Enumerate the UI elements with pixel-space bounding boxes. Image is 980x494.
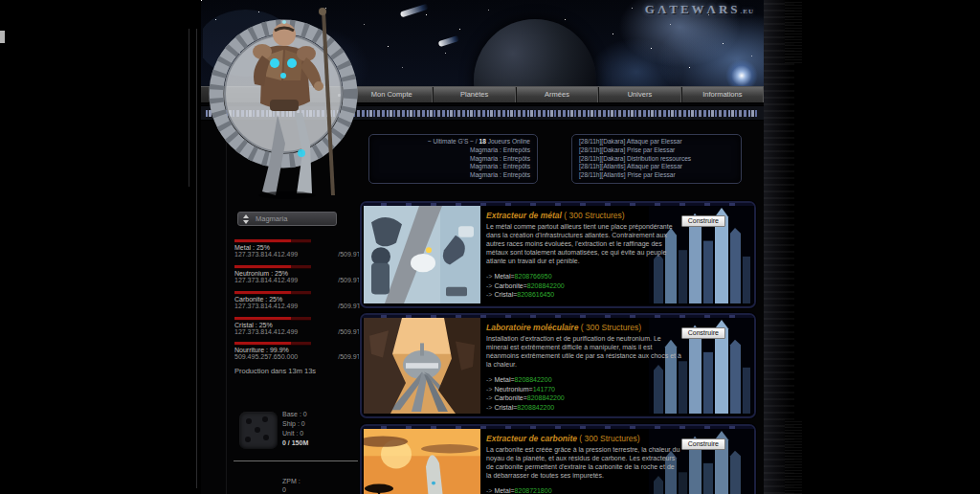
building-info: Extracteur de métal ( 300 Structures) Le…: [486, 211, 681, 300]
resource-nourriture: Nourriture : 99.9% 509.495.257.650.000/5…: [234, 342, 361, 360]
zpm-icon: [238, 476, 259, 494]
building-name: Extracteur de carbonite: [486, 434, 577, 443]
status-line[interactable]: Magmaria : Entrepôts: [376, 155, 530, 164]
metal-label: Metal : 25%: [234, 244, 361, 251]
building-card-laboratoire-moleculaire: Laboratoire moléculaire ( 300 Structures…: [360, 313, 756, 418]
status-line[interactable]: Magmaria : Entrepôts: [376, 171, 530, 180]
resource-neutronium: Neutronium : 25% 127.373.814.412.499/509…: [234, 265, 361, 283]
status-line[interactable]: Magmaria : Entrepôts: [376, 163, 530, 171]
carbonite-value: 127.373.814.412.499/509.9T: [234, 303, 361, 309]
neutronium-progress-bar: [234, 265, 311, 269]
cost-value: 8208842200: [527, 282, 565, 289]
dice-icon: [239, 412, 278, 449]
cristal-amount: 127.373.814.412.499: [234, 328, 298, 335]
logo-text: GΛTEWΛRS: [645, 2, 741, 16]
building-name: Laboratoire moléculaire: [486, 323, 578, 332]
neutronium-value: 127.373.814.412.499/509.9T: [234, 277, 361, 283]
nav-tab-univers[interactable]: Univers: [598, 87, 680, 102]
cost-name: Cristal: [494, 404, 513, 411]
building-description: Installation d'extraction et de purifica…: [486, 334, 681, 369]
cost-line: -> Metal=8208721800: [486, 486, 681, 494]
cristal-value: 127.373.814.412.499/509.9T: [234, 328, 361, 335]
event-line[interactable]: [28/11h][Atlantis] Prise par Elessar: [579, 171, 734, 180]
building-count: ( 300 Structures): [579, 434, 639, 443]
neutronium-capacity: /509.9T: [338, 277, 361, 283]
nav-tab-mon-compte[interactable]: Mon Compte: [350, 87, 433, 102]
building-card-extracteur-metal: Extracteur de métal ( 300 Structures) Le…: [360, 201, 756, 308]
scanlines-bottom: [785, 419, 802, 494]
cost-arrow: ->: [486, 386, 492, 393]
cost-name: Neutronium: [494, 386, 528, 393]
cost-name: Carbonite: [494, 282, 523, 289]
base-count: Base : 0: [282, 410, 308, 419]
nav-tab-informations[interactable]: Informations: [681, 87, 764, 102]
building-costs: -> Metal=8208766950 -> Carbonite=8208842…: [486, 272, 681, 300]
molecular-lab-art: [364, 318, 480, 414]
nav-tab-planetes[interactable]: Planètes: [433, 87, 515, 102]
building-description: La carbonite est créée grâce à la pressi…: [486, 445, 681, 480]
cost-name: Carbonite: [494, 394, 523, 401]
event-line[interactable]: [28/11h][Dakara] Attaque par Elessar: [579, 138, 734, 146]
carbonite-extractor-art: [364, 429, 480, 494]
nourriture-value: 509.495.257.650.000/509.9T: [234, 353, 361, 360]
nav-tab-armees[interactable]: Armées: [516, 87, 598, 102]
resource-cristal: Cristal : 25% 127.373.814.412.499/509.9T: [234, 317, 361, 335]
building-card-extracteur-carbonite: Extracteur de carbonite ( 300 Structures…: [360, 424, 756, 494]
building-title: Extracteur de métal ( 300 Structures): [486, 211, 681, 220]
resource-metal: Metal : 25% 127.373.814.412.499/509.9T: [234, 239, 361, 258]
cost-name: Cristal: [494, 291, 513, 298]
planet-select-value: Magmaria: [256, 214, 287, 223]
bright-star-decor: [725, 59, 758, 86]
updown-arrows-icon: [242, 214, 251, 224]
cost-value: 8208842200: [527, 394, 565, 401]
construire-button[interactable]: Construire: [681, 327, 725, 339]
cost-line: -> Cristal=8208842200: [486, 403, 681, 413]
cost-line: -> Neutronium=141770: [486, 385, 681, 394]
zpm-value: 0: [282, 485, 301, 494]
zpm-stats: ZPM : 0: [282, 477, 301, 494]
online-header: ~ Ultimate G'S ~ / 18 Joueurs Online: [376, 138, 530, 146]
alliance-name: ~ Ultimate G'S ~ /: [428, 138, 479, 145]
cost-name: Metal: [494, 487, 510, 494]
cost-value: 8208721800: [515, 487, 552, 494]
online-label: Joueurs Online: [486, 138, 530, 145]
fleet-total: 0 / 150M: [282, 438, 308, 448]
status-line[interactable]: Magmaria : Entrepôts: [376, 146, 530, 155]
ship-streak-icon: [438, 35, 460, 48]
building-count: ( 300 Structures): [564, 211, 624, 220]
cost-value: 8208842200: [515, 376, 552, 383]
ship-count: Ship : 0: [282, 419, 308, 429]
cost-line: -> Metal=8208766950: [486, 272, 681, 281]
cost-line: -> Carbonite=8208842200: [486, 281, 681, 291]
online-count: 18: [479, 138, 485, 145]
building-count: ( 300 Structures): [581, 323, 641, 332]
cost-value: 8208842200: [517, 404, 554, 411]
event-line[interactable]: [28/11h][Atlantis] Attaque par Elessar: [579, 163, 734, 171]
cost-arrow: ->: [486, 487, 492, 494]
event-line[interactable]: [28/11h][Dakara] Distribution ressources: [579, 155, 734, 164]
event-line[interactable]: [28/11h][Dakara] Prise par Elessar: [579, 146, 734, 155]
cristal-progress-bar: [234, 317, 311, 321]
warrior-illustration: [203, 0, 358, 199]
construire-button[interactable]: Construire: [681, 215, 725, 227]
cost-value: 141770: [533, 386, 555, 393]
planet-select[interactable]: Magmaria: [237, 212, 337, 226]
cost-line: -> Cristal=8208616450: [486, 290, 681, 300]
nourriture-progress-bar: [234, 342, 311, 346]
event-log-box: [28/11h][Dakara] Attaque par Elessar [28…: [571, 134, 742, 184]
unit-count: Unit : 0: [282, 429, 308, 438]
building-costs: -> Metal=8208721800: [486, 486, 681, 494]
cost-arrow: ->: [486, 394, 492, 401]
carbonite-label: Carbonite : 25%: [234, 296, 361, 303]
nourriture-label: Nourriture : 99.9%: [234, 347, 361, 353]
cost-arrow: ->: [486, 376, 492, 383]
building-description: Le métal comme partout ailleurs tient un…: [486, 222, 681, 265]
nav-tabs: Mon Compte Planètes Armées Univers Infor…: [350, 87, 764, 102]
construire-button[interactable]: Construire: [681, 438, 725, 450]
neutronium-label: Neutronium : 25%: [234, 270, 361, 277]
cost-name: Metal: [494, 376, 510, 383]
metal-extractor-art: [364, 206, 480, 303]
stargate-warrior-art: [203, 0, 358, 199]
sidebar-divider: [234, 460, 358, 461]
neutronium-amount: 127.373.814.412.499: [234, 277, 298, 283]
